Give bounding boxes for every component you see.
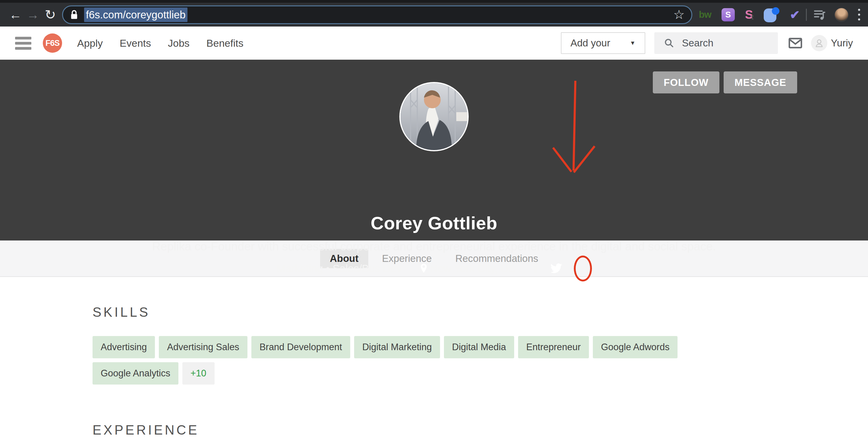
menu-dot (858, 13, 860, 16)
lock-icon (70, 9, 79, 20)
skills-tags: Advertising Advertising Sales Brand Deve… (93, 336, 780, 384)
site-navbar: F6S Apply Events Jobs Benefits Add your … (0, 27, 868, 60)
hamburger-bar (15, 47, 31, 50)
person-icon (814, 38, 824, 48)
forward-icon[interactable]: → (24, 6, 41, 24)
add-your-dropdown[interactable]: Add your ▼ (561, 32, 645, 54)
browser-chrome: ← → ↻ f6s.com/coreygottlieb ☆ bw S S t ✔ (0, 0, 868, 27)
messages-button[interactable] (788, 37, 803, 49)
profile-tagline: Replika co-Founder with successful corpo… (0, 240, 868, 253)
blue-extension-icon[interactable] (764, 7, 779, 22)
search-icon (664, 38, 674, 48)
skills-tag-row: Google Analytics +10 (93, 362, 780, 384)
browser-toolbar: ← → ↻ f6s.com/coreygottlieb ☆ bw S S t ✔ (0, 3, 868, 27)
extensions-row: bw S S t ✔ (699, 7, 800, 22)
skill-tag[interactable]: Advertising Sales (159, 336, 247, 358)
follow-button[interactable]: FOLLOW (653, 71, 719, 93)
profile-categories: Marketing • Sales/Bus Dev (277, 262, 402, 275)
location-text: New York City, US (430, 262, 516, 275)
purple-s-extension-icon[interactable]: S (721, 8, 735, 22)
chevron-down-icon: ▼ (630, 40, 636, 46)
about-content: SKILLS Advertising Advertising Sales Bra… (0, 277, 868, 438)
hero-actions: FOLLOW MESSAGE (653, 71, 797, 93)
reload-icon[interactable]: ↻ (41, 6, 59, 24)
twitter-icon[interactable] (550, 263, 562, 274)
browser-menu-icon[interactable] (857, 7, 861, 22)
pink-t-glyph: t (751, 13, 753, 22)
media-playlist-icon[interactable] (813, 8, 827, 21)
message-button[interactable]: MESSAGE (724, 71, 797, 93)
profile-name: Corey Gottlieb (0, 213, 868, 233)
facebook-icon[interactable]: f (533, 261, 538, 276)
nav-link-apply[interactable]: Apply (77, 37, 103, 49)
skill-tag[interactable]: Advertising (93, 336, 155, 358)
hamburger-bar (15, 42, 31, 44)
skill-tag[interactable]: Brand Development (251, 336, 350, 358)
browser-profile-avatar[interactable] (835, 8, 848, 22)
profile-photo-image (401, 83, 467, 150)
nav-link-benefits[interactable]: Benefits (207, 37, 244, 49)
menu-dot (858, 9, 860, 11)
profile-hero: FOLLOW MESSAGE Corey Gottlieb Replika co… (0, 60, 868, 241)
user-menu[interactable]: Yuriy (811, 35, 853, 51)
nav-links: Apply Events Jobs Benefits (77, 37, 244, 49)
skills-heading: SKILLS (93, 305, 868, 320)
user-avatar (811, 35, 827, 51)
profile-location: New York City, US (420, 262, 516, 275)
social-links: f in (533, 260, 591, 277)
skill-tag[interactable]: Google Analytics (93, 362, 179, 384)
bw-extension-icon[interactable]: bw (699, 9, 711, 20)
pink-st-extension-icon[interactable]: S t (745, 8, 754, 22)
f6s-logo[interactable]: F6S (43, 33, 62, 53)
skill-tag[interactable]: Digital Marketing (354, 336, 440, 358)
envelope-icon (788, 37, 803, 49)
profile-photo (399, 82, 469, 151)
linkedin-link[interactable]: in (575, 260, 591, 277)
url-text-selected[interactable]: f6s.com/coreygottlieb (84, 7, 187, 22)
add-your-label: Add your (570, 37, 610, 49)
url-bar[interactable]: f6s.com/coreygottlieb ☆ (62, 5, 692, 24)
nav-link-jobs[interactable]: Jobs (168, 37, 190, 49)
skills-tag-row: Advertising Advertising Sales Brand Deve… (93, 336, 780, 358)
toolbar-separator (806, 9, 807, 21)
search-input[interactable]: Search (654, 32, 778, 54)
linkedin-icon: in (578, 261, 588, 275)
hamburger-bar (15, 37, 31, 39)
skills-more-button[interactable]: +10 (182, 362, 215, 384)
window-top-strip (0, 0, 868, 3)
nav-link-events[interactable]: Events (120, 37, 151, 49)
bookmark-star-icon[interactable]: ☆ (673, 7, 685, 22)
search-placeholder: Search (682, 37, 714, 49)
blue-dot-shape (772, 7, 779, 15)
checkmark-extension-icon[interactable]: ✔ (789, 8, 800, 22)
skill-tag[interactable]: Google Adwords (593, 336, 678, 358)
skill-tag[interactable]: Digital Media (444, 336, 514, 358)
location-pin-icon (420, 263, 428, 274)
menu-dot (858, 19, 860, 21)
profile-meta-row: Marketing • Sales/Bus Dev New York City,… (0, 260, 868, 277)
experience-heading: EXPERIENCE (93, 422, 868, 438)
user-name: Yuriy (831, 37, 853, 49)
back-icon[interactable]: ← (7, 6, 24, 24)
skill-tag[interactable]: Entrepreneur (518, 336, 589, 358)
hamburger-menu-icon[interactable] (15, 37, 31, 50)
